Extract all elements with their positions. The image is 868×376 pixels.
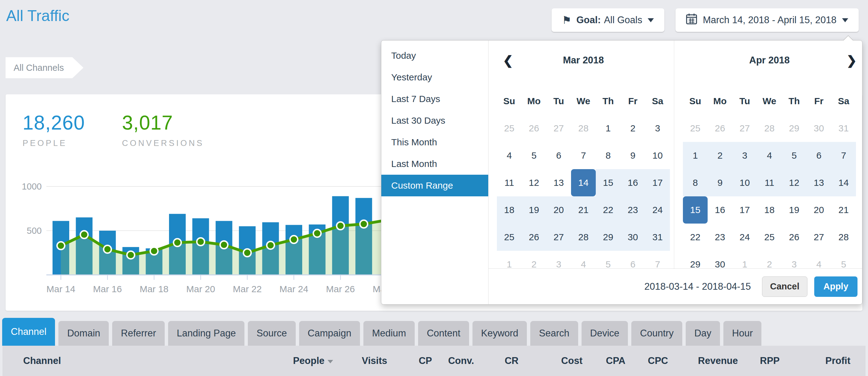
tab-hour[interactable]: Hour: [723, 321, 762, 346]
preset-last-7-days[interactable]: Last 7 Days: [381, 88, 488, 110]
day-cell[interactable]: 22: [596, 196, 620, 224]
day-cell[interactable]: 21: [571, 196, 596, 224]
tab-search[interactable]: Search: [530, 321, 578, 346]
day-cell[interactable]: 26: [782, 224, 807, 251]
column-header-people[interactable]: People: [293, 346, 333, 376]
day-cell[interactable]: 12: [522, 169, 546, 196]
preset-this-month[interactable]: This Month: [381, 132, 488, 153]
tab-content[interactable]: Content: [418, 321, 469, 346]
day-cell[interactable]: 9: [620, 142, 645, 169]
day-cell[interactable]: 4: [497, 142, 522, 169]
tab-country[interactable]: Country: [631, 321, 682, 346]
day-cell[interactable]: 18: [497, 196, 522, 224]
day-cell[interactable]: 5: [522, 142, 546, 169]
day-cell[interactable]: 13: [807, 169, 831, 196]
tab-medium[interactable]: Medium: [363, 321, 415, 346]
column-header-visits[interactable]: Visits: [362, 346, 387, 376]
day-cell[interactable]: 15: [596, 169, 620, 196]
day-cell[interactable]: 10: [645, 142, 670, 169]
day-cell[interactable]: 23: [620, 196, 645, 224]
day-cell[interactable]: 20: [546, 196, 571, 224]
day-cell[interactable]: 3: [732, 142, 757, 169]
day-cell[interactable]: 30: [620, 224, 645, 251]
day-cell[interactable]: 19: [782, 196, 807, 224]
day-cell[interactable]: 25: [757, 224, 782, 251]
day-cell[interactable]: 31: [645, 224, 670, 251]
day-cell[interactable]: 28: [571, 224, 596, 251]
day-cell[interactable]: 5: [782, 142, 807, 169]
tab-campaign[interactable]: Campaign: [299, 321, 360, 346]
day-cell[interactable]: 3: [645, 115, 670, 142]
preset-last-30-days[interactable]: Last 30 Days: [381, 110, 488, 132]
day-cell[interactable]: 23: [708, 224, 732, 251]
day-cell[interactable]: 26: [522, 224, 546, 251]
day-cell[interactable]: 22: [683, 224, 708, 251]
day-cell[interactable]: 25: [497, 224, 522, 251]
day-cell[interactable]: 16: [620, 169, 645, 196]
day-cell[interactable]: 12: [782, 169, 807, 196]
day-cell-selected[interactable]: 14: [571, 169, 596, 196]
day-cell-selected[interactable]: 15: [683, 196, 708, 224]
tab-day[interactable]: Day: [686, 321, 720, 346]
day-cell[interactable]: 24: [732, 224, 757, 251]
day-cell[interactable]: 9: [708, 169, 732, 196]
tab-channel[interactable]: Channel: [2, 318, 55, 346]
day-cell[interactable]: 27: [807, 224, 831, 251]
day-cell[interactable]: 8: [596, 142, 620, 169]
day-cell[interactable]: 1: [683, 142, 708, 169]
column-header-profit[interactable]: Profit: [825, 346, 850, 376]
day-cell[interactable]: 28: [831, 224, 856, 251]
tab-device[interactable]: Device: [582, 321, 628, 346]
tab-domain[interactable]: Domain: [58, 321, 109, 346]
day-cell[interactable]: 19: [522, 196, 546, 224]
tab-landing-page[interactable]: Landing Page: [168, 321, 244, 346]
day-cell[interactable]: 2: [620, 115, 645, 142]
preset-yesterday[interactable]: Yesterday: [381, 66, 488, 88]
preset-last-month[interactable]: Last Month: [381, 153, 488, 175]
column-header-cr[interactable]: CR: [505, 346, 519, 376]
cancel-button[interactable]: Cancel: [762, 277, 807, 297]
date-range-button[interactable]: March 14, 2018 - April 15, 2018: [676, 8, 859, 32]
day-cell[interactable]: 18: [757, 196, 782, 224]
day-cell[interactable]: 27: [546, 224, 571, 251]
day-cell[interactable]: 6: [546, 142, 571, 169]
preset-custom-range[interactable]: Custom Range: [381, 175, 488, 196]
goal-dropdown-button[interactable]: ⚑ Goal: All Goals: [552, 8, 665, 32]
day-cell[interactable]: 2: [708, 142, 732, 169]
apply-button[interactable]: Apply: [814, 277, 858, 297]
column-header-cpc[interactable]: CPC: [648, 346, 668, 376]
day-cell[interactable]: 16: [708, 196, 732, 224]
column-header-conv[interactable]: Conv.: [448, 346, 474, 376]
day-cell[interactable]: 14: [831, 169, 856, 196]
day-cell[interactable]: 8: [683, 169, 708, 196]
column-header-channel[interactable]: Channel: [23, 346, 61, 376]
day-cell[interactable]: 24: [645, 196, 670, 224]
day-cell[interactable]: 10: [732, 169, 757, 196]
day-cell[interactable]: 11: [757, 169, 782, 196]
day-cell[interactable]: 7: [831, 142, 856, 169]
day-cell[interactable]: 21: [831, 196, 856, 224]
day-cell[interactable]: 6: [807, 142, 831, 169]
svg-text:500: 500: [27, 226, 42, 236]
column-header-cpa[interactable]: CPA: [606, 346, 625, 376]
tab-source[interactable]: Source: [248, 321, 296, 346]
column-header-cp[interactable]: CP: [419, 346, 432, 376]
tab-referrer[interactable]: Referrer: [112, 321, 165, 346]
day-cell[interactable]: 11: [497, 169, 522, 196]
column-header-rpp[interactable]: RPP: [760, 346, 780, 376]
day-cell[interactable]: 17: [645, 169, 670, 196]
breadcrumb-all-channels[interactable]: All Channels: [6, 57, 84, 78]
day-cell[interactable]: 20: [807, 196, 831, 224]
column-header-revenue[interactable]: Revenue: [698, 346, 738, 376]
preset-today[interactable]: Today: [381, 45, 488, 66]
day-cell[interactable]: 29: [596, 224, 620, 251]
tab-keyword[interactable]: Keyword: [472, 321, 527, 346]
weekday-label: Fr: [807, 87, 831, 115]
day-cell[interactable]: 4: [757, 142, 782, 169]
column-header-cost[interactable]: Cost: [561, 346, 583, 376]
day-cell[interactable]: 13: [546, 169, 571, 196]
day-cell[interactable]: 7: [571, 142, 596, 169]
day-cell[interactable]: 17: [732, 196, 757, 224]
day-cell[interactable]: 1: [596, 115, 620, 142]
weekday-label: Mo: [522, 87, 546, 115]
